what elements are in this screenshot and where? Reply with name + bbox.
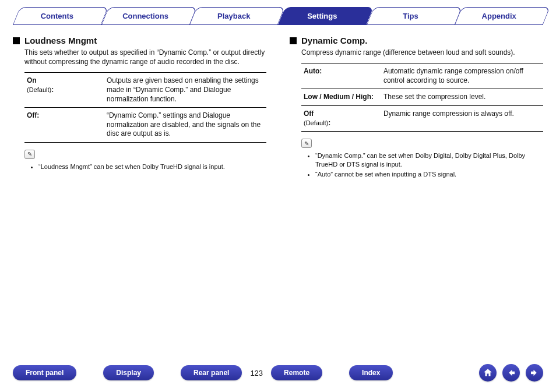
table-row: Auto: Automatic dynamic range compressio… [301,63,543,89]
note-item: “Dynamic Comp.” can be set when Dolby Di… [315,151,543,169]
table-row: Off (Default): Dynamic range compression… [301,105,543,131]
rear-panel-button[interactable]: Rear panel [181,365,242,380]
remote-button[interactable]: Remote [271,365,322,380]
option-key: Off (Default): [301,105,381,131]
option-key: Off: [24,108,104,143]
option-key: Auto: [301,63,381,89]
tab-label: Playback [217,12,250,20]
section-intro: Compress dynamic range (difference betwe… [301,48,543,57]
note-list: “Loudness Mngmt” can be set when Dolby T… [29,163,266,171]
section-title-text: Dynamic Comp. [301,36,367,45]
tab-label: Appendix [482,12,516,20]
content-columns: Loudness Mngmt This sets whether to outp… [13,36,543,327]
page-sheet: Contents Connections Playback Settings T… [0,0,556,392]
note-list: “Dynamic Comp.” can be set when Dolby Di… [306,151,543,179]
tab-connections[interactable]: Connections [101,7,190,24]
tab-contents[interactable]: Contents [13,7,101,24]
arrow-left-icon [506,368,516,378]
tab-underline [13,24,543,25]
table-row: On (Default): Outputs are given based on… [24,73,266,108]
option-desc: Automatic dynamic range compression on/o… [381,63,543,89]
options-table: Auto: Automatic dynamic range compressio… [301,63,543,132]
front-panel-button[interactable]: Front panel [13,365,76,380]
top-tab-row: Contents Connections Playback Settings T… [13,7,543,24]
pencil-note-icon: ✎ [301,139,312,148]
section-dynamic-comp: Dynamic Comp. Compress dynamic range (di… [290,36,543,327]
options-table: On (Default): Outputs are given based on… [24,72,266,143]
option-desc: Dynamic range compression is always off. [381,105,543,131]
home-button[interactable] [479,364,497,382]
tab-label: Tips [403,12,418,20]
index-button[interactable]: Index [349,365,393,380]
section-title: Loudness Mngmt [13,36,266,45]
table-row: Off: “Dynamic Comp.” settings and Dialog… [24,108,266,143]
tab-appendix[interactable]: Appendix [455,7,543,24]
tab-playback[interactable]: Playback [189,7,278,24]
tab-label: Connections [122,12,168,20]
square-bullet-icon [13,37,20,44]
footer-bar: Front panel Display Rear panel 123 Remot… [13,364,543,382]
tab-label: Contents [41,12,73,20]
option-key: Low / Medium / High: [301,89,381,106]
square-bullet-icon [290,37,297,44]
section-loudness-mngmt: Loudness Mngmt This sets whether to outp… [13,36,266,327]
section-title-text: Loudness Mngmt [24,36,97,45]
page-number: 123 [250,369,263,377]
section-title: Dynamic Comp. [290,36,543,45]
tab-label: Settings [307,12,337,20]
table-row: Low / Medium / High: These set the compr… [301,89,543,106]
section-intro: This sets whether to output as specified… [24,48,266,66]
tab-settings[interactable]: Settings [278,7,367,24]
display-button[interactable]: Display [103,365,154,380]
pencil-note-icon: ✎ [24,150,35,159]
option-desc: “Dynamic Comp.” settings and Dialogue no… [104,108,266,143]
tab-tips[interactable]: Tips [367,7,455,24]
option-key: On (Default): [24,73,104,108]
home-icon [483,368,493,378]
next-page-button[interactable] [526,364,543,382]
option-desc: These set the compression level. [381,89,543,106]
arrow-right-icon [529,368,540,378]
note-item: “Auto” cannot be set when inputting a DT… [315,170,543,179]
option-desc: Outputs are given based on enabling the … [104,73,266,108]
note-item: “Loudness Mngmt” can be set when Dolby T… [38,163,266,171]
prev-page-button[interactable] [502,364,520,382]
